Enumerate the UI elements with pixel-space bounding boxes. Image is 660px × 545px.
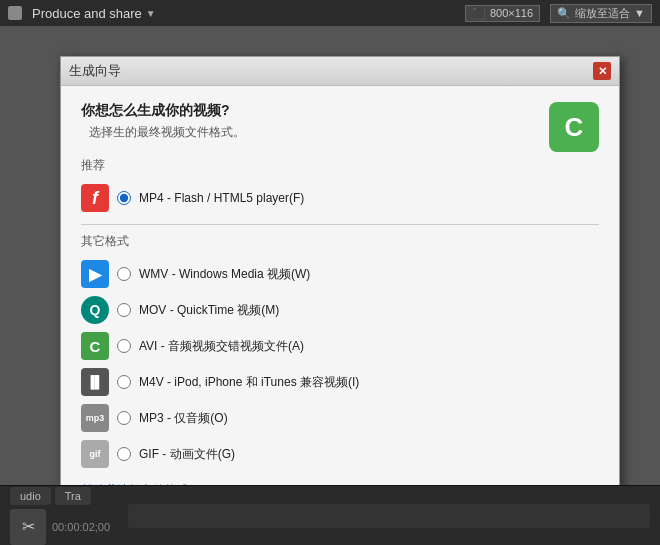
zoom-icon: 🔍	[557, 7, 571, 20]
wmv-label: WMV - Windows Media 视频(W)	[139, 266, 310, 283]
app-icon	[8, 6, 22, 20]
bottom-tabs: udio Tra	[10, 487, 110, 505]
mp3-radio[interactable]	[117, 411, 131, 425]
zoom-label: 缩放至适合	[575, 6, 630, 21]
dialog-close-button[interactable]: ✕	[593, 62, 611, 80]
gif-icon: gif	[81, 440, 109, 468]
main-area: 生成向导 ✕ C 你想怎么生成你的视频? 选择生的最终视频文件格式。 推荐 f …	[0, 26, 660, 545]
zoom-control[interactable]: 🔍 缩放至适合 ▼	[550, 4, 652, 23]
format-option-mov[interactable]: Q MOV - QuickTime 视频(M)	[81, 292, 599, 328]
m4v-label: M4V - iPod, iPhone 和 iTunes 兼容视频(I)	[139, 374, 359, 391]
m4v-radio[interactable]	[117, 375, 131, 389]
resolution-icon: ⬛	[472, 7, 486, 20]
avi-radio[interactable]	[117, 339, 131, 353]
mov-label: MOV - QuickTime 视频(M)	[139, 302, 279, 319]
mp3-icon: mp3	[81, 404, 109, 432]
mp4-icon: f	[81, 184, 109, 212]
mp4-radio[interactable]	[117, 191, 131, 205]
avi-icon: C	[81, 332, 109, 360]
track-tab[interactable]: Tra	[55, 487, 91, 505]
bottom-bar: udio Tra ✂ 00:00:02;00	[0, 485, 660, 545]
audio-tab[interactable]: udio	[10, 487, 51, 505]
resolution-value: 800×116	[490, 7, 533, 19]
dialog-subheading: 选择生的最终视频文件格式。	[81, 124, 599, 141]
format-option-wmv[interactable]: ▶ WMV - Windows Media 视频(W)	[81, 256, 599, 292]
dialog-title: 生成向导	[69, 62, 121, 80]
dialog-content: C 你想怎么生成你的视频? 选择生的最终视频文件格式。 推荐 f MP4 - F…	[61, 86, 619, 519]
resolution-display[interactable]: ⬛ 800×116	[465, 5, 540, 22]
generate-wizard-dialog: 生成向导 ✕ C 你想怎么生成你的视频? 选择生的最终视频文件格式。 推荐 f …	[60, 56, 620, 520]
section-other-label: 其它格式	[81, 233, 599, 250]
mp4-label: MP4 - Flash / HTML5 player(F)	[139, 191, 304, 205]
produce-share-arrow: ▼	[146, 8, 156, 19]
section-recommended-label: 推荐	[81, 157, 599, 174]
top-toolbar: Produce and share ▼ ⬛ 800×116 🔍 缩放至适合 ▼	[0, 0, 660, 26]
timeline-scrubber[interactable]	[128, 504, 650, 528]
format-option-mp4[interactable]: f MP4 - Flash / HTML5 player(F)	[81, 180, 599, 216]
gif-radio[interactable]	[117, 447, 131, 461]
gif-label: GIF - 动画文件(G)	[139, 446, 235, 463]
format-option-gif[interactable]: gif GIF - 动画文件(G)	[81, 436, 599, 472]
camtasia-logo: C	[549, 102, 599, 152]
wmv-icon: ▶	[81, 260, 109, 288]
dialog-titlebar: 生成向导 ✕	[61, 57, 619, 86]
timecode-display: 00:00:02;00	[52, 521, 110, 533]
produce-share-label: Produce and share	[32, 6, 142, 21]
format-option-avi[interactable]: C AVI - 音频视频交错视频文件(A)	[81, 328, 599, 364]
produce-share-menu[interactable]: Produce and share ▼	[32, 6, 156, 21]
wmv-radio[interactable]	[117, 267, 131, 281]
mov-icon: Q	[81, 296, 109, 324]
mp3-label: MP3 - 仅音频(O)	[139, 410, 228, 427]
mov-radio[interactable]	[117, 303, 131, 317]
m4v-icon: ▐▌	[81, 368, 109, 396]
format-option-m4v[interactable]: ▐▌ M4V - iPod, iPhone 和 iTunes 兼容视频(I)	[81, 364, 599, 400]
format-option-mp3[interactable]: mp3 MP3 - 仅音频(O)	[81, 400, 599, 436]
zoom-arrow: ▼	[634, 7, 645, 19]
cut-button[interactable]: ✂	[10, 509, 46, 545]
dialog-heading: 你想怎么生成你的视频?	[81, 102, 599, 120]
separator	[81, 224, 599, 225]
avi-label: AVI - 音频视频交错视频文件(A)	[139, 338, 304, 355]
